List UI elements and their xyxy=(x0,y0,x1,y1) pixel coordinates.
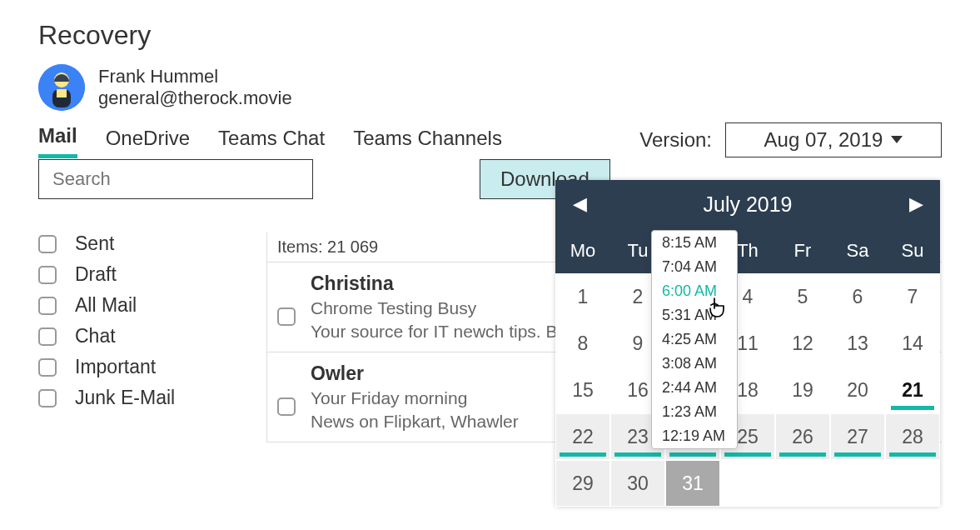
calendar-day[interactable]: 31 xyxy=(665,460,720,507)
user-row: Frank Hummel general@therock.movie xyxy=(38,64,942,111)
folder-label: Draft xyxy=(75,263,117,286)
folder-label: Chat xyxy=(75,325,116,348)
folder-label: Junk E-Mail xyxy=(75,387,175,409)
folder-checkbox[interactable] xyxy=(38,297,57,315)
time-option[interactable]: 8:15 AM xyxy=(652,231,737,255)
folder-label: All Mail xyxy=(75,294,137,317)
folder-label: Sent xyxy=(75,232,114,255)
message-sender: Christina xyxy=(311,272,567,295)
message-subject: Chrome Testing Busy xyxy=(311,298,567,318)
message-checkbox[interactable] xyxy=(277,398,296,416)
calendar-day[interactable]: 15 xyxy=(555,367,610,413)
folder-item[interactable]: All Mail xyxy=(38,294,263,317)
time-option[interactable]: 7:04 AM xyxy=(652,255,737,279)
message-subject: Your Friday morning xyxy=(311,388,519,408)
version-selected: Aug 07, 2019 xyxy=(764,128,883,152)
calendar-day[interactable]: 7 xyxy=(885,273,940,320)
chevron-down-icon xyxy=(891,136,903,143)
tab-mail[interactable]: Mail xyxy=(38,121,77,158)
tab-onedrive[interactable]: OneDrive xyxy=(106,123,190,157)
time-option[interactable]: 6:00 AM xyxy=(652,279,737,303)
calendar-dayname: Su xyxy=(885,240,940,262)
page-title: Recovery xyxy=(38,20,942,51)
time-popup: 8:15 AM7:04 AM6:00 AM5:31 AM4:25 AM3:08 … xyxy=(651,230,738,449)
svg-rect-3 xyxy=(57,89,67,98)
folder-checkbox[interactable] xyxy=(38,328,57,346)
calendar-month: July 2019 xyxy=(703,192,792,217)
message-checkbox[interactable] xyxy=(277,308,296,326)
search-input[interactable] xyxy=(38,159,313,199)
calendar-day[interactable]: 30 xyxy=(610,460,665,507)
version-label: Version: xyxy=(639,128,712,152)
folder-label: Important xyxy=(75,356,156,378)
folder-checkbox[interactable] xyxy=(38,358,57,377)
time-option[interactable]: 3:08 AM xyxy=(652,352,737,376)
folder-item[interactable]: Important xyxy=(38,356,263,378)
calendar-day[interactable]: 22 xyxy=(555,413,610,460)
user-email: general@therock.movie xyxy=(98,88,292,109)
calendar-day[interactable]: 29 xyxy=(555,460,610,507)
calendar-day[interactable]: 26 xyxy=(775,413,830,460)
message-sender: Owler xyxy=(311,362,519,385)
folder-checkbox[interactable] xyxy=(38,266,57,284)
message-preview: Your source for IT newch tips. Be xyxy=(311,322,567,342)
calendar-day[interactable]: 20 xyxy=(830,367,885,413)
time-option[interactable]: 4:25 AM xyxy=(652,328,737,352)
tab-teams-channels[interactable]: Teams Channels xyxy=(353,123,502,157)
calendar-day[interactable]: 21 xyxy=(885,367,940,413)
calendar-day[interactable]: 27 xyxy=(830,413,885,460)
calendar-day[interactable]: 19 xyxy=(775,367,830,413)
version-dropdown[interactable]: Aug 07, 2019 xyxy=(725,122,942,158)
calendar-day[interactable]: 5 xyxy=(775,273,830,320)
tab-teams-chat[interactable]: Teams Chat xyxy=(218,123,325,157)
folder-checkbox[interactable] xyxy=(38,389,57,408)
sidebar: SentDraftAll MailChatImportantJunk E-Mai… xyxy=(38,232,263,442)
folder-checkbox[interactable] xyxy=(38,235,57,253)
calendar-popup: ◀ July 2019 ▶ MoTuWeThFrSaSu 12345678910… xyxy=(555,180,940,507)
time-option[interactable]: 5:31 AM xyxy=(652,303,737,328)
calendar-dayname: Fr xyxy=(775,240,830,262)
time-option[interactable]: 2:44 AM xyxy=(652,376,737,400)
calendar-dayname: Sa xyxy=(830,240,885,262)
calendar-day[interactable]: 28 xyxy=(885,413,940,460)
folder-item[interactable]: Draft xyxy=(38,263,263,286)
user-name: Frank Hummel xyxy=(98,66,292,88)
calendar-day[interactable]: 1 xyxy=(555,273,610,320)
calendar-day[interactable]: 12 xyxy=(775,320,830,367)
folder-item[interactable]: Junk E-Mail xyxy=(38,387,263,409)
tabs: Mail OneDrive Teams Chat Teams Channels … xyxy=(38,121,942,159)
calendar-dayname: Mo xyxy=(555,240,610,262)
message-preview: News on Flipkart, Whawler xyxy=(311,412,519,432)
time-option[interactable]: 1:23 AM xyxy=(652,400,737,424)
avatar xyxy=(38,64,85,111)
calendar-day[interactable]: 8 xyxy=(555,320,610,367)
calendar-day[interactable]: 13 xyxy=(830,320,885,367)
calendar-day[interactable]: 6 xyxy=(830,273,885,320)
folder-item[interactable]: Sent xyxy=(38,232,263,255)
calendar-prev-icon[interactable]: ◀ xyxy=(567,193,592,215)
calendar-day[interactable]: 14 xyxy=(885,320,940,367)
time-option[interactable]: 12:19 AM xyxy=(652,424,737,448)
calendar-next-icon[interactable]: ▶ xyxy=(903,193,928,215)
folder-item[interactable]: Chat xyxy=(38,325,263,348)
